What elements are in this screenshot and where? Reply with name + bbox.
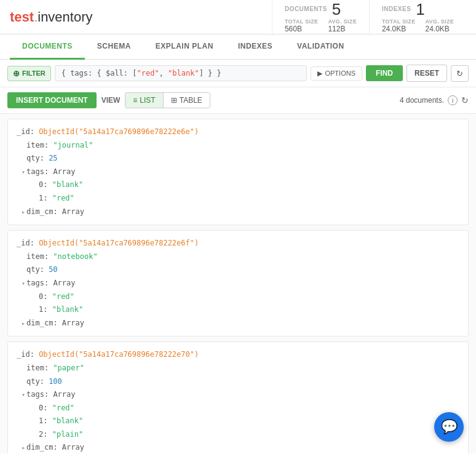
field-val-t32: "plain" [52, 430, 84, 439]
expand-dimcm-2[interactable]: ▸ [22, 320, 25, 327]
field-val-tags2: Array [53, 279, 75, 287]
expand-dimcm-3[interactable]: ▸ [22, 444, 25, 451]
logo-test: test [10, 9, 34, 25]
indexes-avg-size-group: AVG. SIZE 24.0KB [425, 18, 454, 33]
field-key-item3: item: [26, 364, 53, 372]
doc2-dimcm-field: ▸dim_cm: Array [17, 317, 459, 330]
field-val-dimcm: Array [62, 207, 84, 216]
history-button[interactable]: ↻ [451, 65, 469, 82]
indexes-avg-size: 24.0KB [425, 25, 454, 33]
collapse-tags-1[interactable]: ▾ [22, 169, 25, 175]
field-key-t20: 0: [39, 292, 52, 301]
doc1-item-field: item: "journal" [17, 139, 459, 153]
total-size-label-idx: TOTAL SIZE [382, 18, 416, 25]
tab-explain-plan[interactable]: EXPLAIN PLAN [143, 34, 226, 60]
chat-button[interactable]: 💬 [434, 412, 464, 442]
tabs-bar: DOCUMENTS SCHEMA EXPLAIN PLAN INDEXES VA… [0, 34, 476, 60]
total-size-label: TOTAL SIZE [285, 18, 319, 25]
field-val-t31: "blank" [52, 416, 84, 425]
field-val-qty3: 100 [49, 377, 62, 386]
field-val-1: "red" [52, 194, 74, 202]
doc-count-area: 4 documents. i ↻ [400, 95, 469, 105]
field-val-item3: "paper" [53, 364, 84, 372]
documents-total-size: 560B [285, 25, 319, 33]
doc-card-3: _id: ObjectId("5a14a17ca769896e78222e70"… [7, 341, 469, 453]
doc1-tags-field: ▾tags: Array [17, 165, 459, 179]
doc2-tags-field: ▾tags: Array [17, 277, 459, 290]
tab-indexes[interactable]: INDEXES [226, 34, 285, 60]
collapse-tags-2[interactable]: ▾ [22, 280, 25, 287]
filter-query-display[interactable]: { tags: { $all: ["red", "blank"] } } [55, 65, 307, 81]
documents-total-size-group: TOTAL SIZE 560B [285, 18, 319, 33]
chat-icon: 💬 [441, 419, 458, 435]
field-key-id2: _id: [17, 239, 39, 247]
field-key-t32: 2: [39, 430, 52, 439]
filter-val-blank: "blank" [168, 69, 199, 78]
table-view-button[interactable]: ⊞ TABLE [164, 93, 210, 108]
info-icon[interactable]: i [448, 95, 458, 105]
field-key-dimcm: dim_cm: [26, 207, 62, 216]
expand-dimcm-1[interactable]: ▸ [22, 209, 25, 215]
reset-button[interactable]: RESET [407, 65, 447, 82]
filter-label: FILTER [22, 70, 46, 77]
doc1-tags-0: 0: "blank" [17, 178, 459, 192]
field-val-dimcm3: Array [62, 443, 84, 452]
field-val-item2: "notebook" [53, 252, 97, 261]
table-label: TABLE [180, 96, 202, 105]
tab-documents[interactable]: DOCUMENTS [10, 34, 85, 60]
filter-comma: , [159, 69, 168, 78]
options-button[interactable]: ▶ OPTIONS [311, 66, 362, 81]
filter-toolbar: ⊕ FILTER { tags: { $all: ["red", "blank"… [0, 60, 476, 87]
indexes-total-size-group: TOTAL SIZE 24.0KB [382, 18, 416, 33]
doc2-tags-1: 1: "blank" [17, 303, 459, 317]
indexes-stat-block: INDEXES 1 TOTAL SIZE 24.0KB AVG. SIZE 24… [370, 0, 466, 36]
field-key-qty: qty: [26, 154, 49, 162]
documents-stat-block: DOCUMENTS 5 TOTAL SIZE 560B AVG. SIZE 11… [272, 0, 370, 36]
options-label: OPTIONS [325, 70, 355, 77]
view-label: VIEW [101, 96, 121, 105]
options-arrow-icon: ▶ [317, 70, 322, 78]
logo[interactable]: test . inventory [10, 9, 93, 25]
doc1-qty-field: qty: 25 [17, 152, 459, 165]
field-key-dimcm3: dim_cm: [26, 443, 62, 452]
field-key-item2: item: [26, 252, 53, 261]
field-key-item: item: [26, 141, 53, 149]
find-button[interactable]: FIND [366, 65, 403, 81]
refresh-icon[interactable]: ↻ [461, 95, 469, 105]
doc3-id-field: _id: ObjectId("5a14a17ca769896e78222e70"… [17, 348, 459, 362]
indexes-label: INDEXES [382, 6, 411, 12]
filter-close: ] } } [199, 69, 221, 78]
doc3-qty-field: qty: 100 [17, 375, 459, 389]
field-key-tags3: tags: [26, 390, 53, 399]
field-val-item: "journal" [53, 141, 93, 149]
tab-schema[interactable]: SCHEMA [85, 34, 143, 60]
collapse-tags-3[interactable]: ▾ [22, 391, 25, 398]
documents-count: 5 [332, 1, 341, 17]
indexes-count: 1 [416, 1, 424, 17]
action-bar: INSERT DOCUMENT VIEW ≡ LIST ⊞ TABLE 4 do… [0, 87, 476, 114]
field-val-id2: ObjectId("5a14a17ca769896e78222e6f") [39, 239, 199, 247]
filter-plus-icon: ⊕ [13, 69, 20, 78]
tab-validation[interactable]: VALIDATION [285, 34, 357, 60]
field-val-t20: "red" [52, 292, 74, 301]
field-val-qty: 25 [49, 154, 57, 162]
doc2-tags-0: 0: "red" [17, 290, 459, 304]
field-key-qty3: qty: [26, 377, 49, 386]
doc-card-1: _id: ObjectId("5a14a17ca769896e78222e6e"… [7, 119, 469, 225]
field-key-id: _id: [17, 127, 39, 136]
field-val-0: "blank" [52, 180, 84, 189]
header: test . inventory DOCUMENTS 5 TOTAL SIZE … [0, 0, 476, 34]
field-key-t31: 1: [39, 416, 52, 425]
filter-button[interactable]: ⊕ FILTER [7, 66, 51, 81]
field-key-1: 1: [39, 194, 52, 202]
field-val-id: ObjectId("5a14a17ca769896e78222e6e") [39, 127, 199, 136]
doc1-dimcm-field: ▸dim_cm: Array [17, 205, 459, 219]
doc3-tags-0: 0: "red" [17, 402, 459, 415]
doc2-item-field: item: "notebook" [17, 250, 459, 264]
doc-count: 4 documents. [400, 96, 444, 105]
avg-size-label-idx: AVG. SIZE [425, 18, 454, 25]
table-icon: ⊞ [171, 96, 177, 105]
list-view-button[interactable]: ≡ LIST [125, 93, 163, 108]
field-key-t30: 0: [39, 404, 52, 412]
insert-document-button[interactable]: INSERT DOCUMENT [7, 92, 97, 108]
